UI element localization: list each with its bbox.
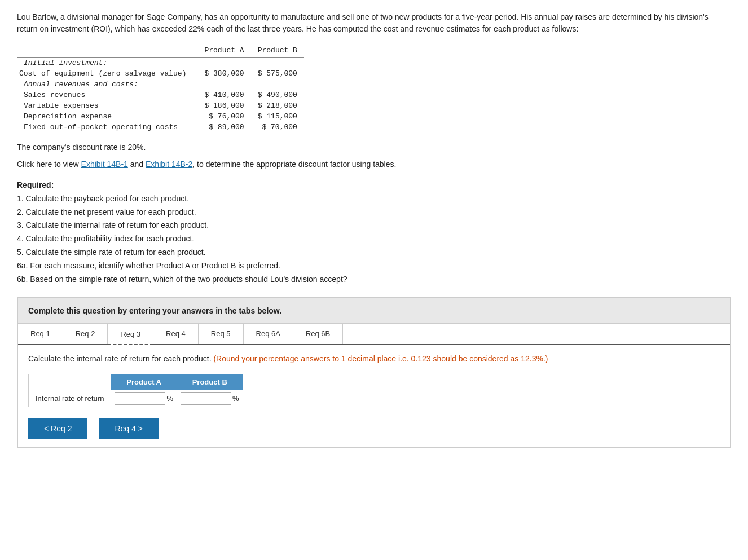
nav-buttons: < Req 2 Req 4 > xyxy=(28,418,720,439)
equipment-cost-label: Cost of equipment (zero salvage value) xyxy=(17,68,197,79)
tabs-container: Req 1 Req 2 Req 3 Req 4 Req 5 Req 6A Req… xyxy=(17,324,731,447)
fixed-costs-b: $ 70,000 xyxy=(251,122,304,133)
irr-b-cell: % xyxy=(177,390,243,407)
irr-row: Internal rate of return % % xyxy=(29,390,243,407)
irr-b-percent: % xyxy=(232,394,239,403)
exhibit-1-link[interactable]: Exhibit 14B-1 xyxy=(81,160,128,169)
answer-col-b: Product B xyxy=(177,374,243,390)
fixed-costs-a: $ 89,000 xyxy=(197,122,250,133)
instruction-plain: Calculate the internal rate of return fo… xyxy=(28,354,213,363)
question-panel: Complete this question by entering your … xyxy=(17,297,731,448)
prev-button[interactable]: < Req 2 xyxy=(28,418,87,439)
tabs-row: Req 1 Req 2 Req 3 Req 4 Req 5 Req 6A Req… xyxy=(18,324,730,345)
instruction-orange: (Round your percentage answers to 1 deci… xyxy=(213,354,548,363)
variable-expenses-b: $ 218,000 xyxy=(251,100,304,111)
depreciation-label: Depreciation expense xyxy=(17,111,197,122)
fixed-costs-label: Fixed out-of-pocket operating costs xyxy=(17,122,197,133)
tab-req6b[interactable]: Req 6B xyxy=(293,324,343,344)
irr-a-cell: % xyxy=(111,390,177,407)
tab-req5[interactable]: Req 5 xyxy=(199,324,244,344)
irr-a-percent: % xyxy=(166,394,173,403)
required-section: Required: 1. Calculate the payback perio… xyxy=(17,179,731,286)
exhibit-2-link[interactable]: Exhibit 14B-2 xyxy=(146,160,192,169)
required-label: Required: xyxy=(17,180,54,189)
req-item-6a: 6a. For each measure, identify whether P… xyxy=(17,259,731,273)
tab-req1[interactable]: Req 1 xyxy=(18,324,63,344)
tab-req6a[interactable]: Req 6A xyxy=(244,324,293,344)
tab-req3[interactable]: Req 3 xyxy=(108,324,153,345)
tab-content: Calculate the internal rate of return fo… xyxy=(18,345,730,447)
irr-label: Internal rate of return xyxy=(29,390,111,407)
next-button[interactable]: Req 4 > xyxy=(99,418,158,439)
req-item-2: 2. Calculate the net present value for e… xyxy=(17,206,731,219)
req-item-4: 4. Calculate the profitability index for… xyxy=(17,232,731,246)
depreciation-b: $ 115,000 xyxy=(251,111,304,122)
tab-req4[interactable]: Req 4 xyxy=(153,324,199,344)
req-item-5: 5. Calculate the simple rate of return f… xyxy=(17,246,731,259)
col-header-a: Product A xyxy=(197,45,250,58)
variable-expenses-label: Variable expenses xyxy=(17,100,197,111)
answer-col-label xyxy=(29,374,111,390)
sales-revenues-a: $ 410,000 xyxy=(197,90,250,100)
sales-revenues-label: Sales revenues xyxy=(17,90,197,100)
variable-expenses-a: $ 186,000 xyxy=(197,100,250,111)
irr-b-input[interactable] xyxy=(181,392,231,405)
req-item-3: 3. Calculate the internal rate of return… xyxy=(17,219,731,232)
req-item-1: 1. Calculate the payback period for each… xyxy=(17,192,731,206)
product-data-table: Product A Product B Initial investment: … xyxy=(17,45,304,133)
intro-paragraph: Lou Barlow, a divisional manager for Sag… xyxy=(17,11,731,35)
equipment-cost-b: $ 575,000 xyxy=(251,68,304,79)
complete-box: Complete this question by entering your … xyxy=(17,298,731,324)
irr-a-input[interactable] xyxy=(115,392,165,405)
annual-revenues-label: Annual revenues and costs: xyxy=(17,79,197,90)
req-item-6b: 6b. Based on the simple rate of return, … xyxy=(17,273,731,286)
sales-revenues-b: $ 490,000 xyxy=(251,90,304,100)
answer-col-a: Product A xyxy=(111,374,177,390)
answer-table: Product A Product B Internal rate of ret… xyxy=(28,374,243,407)
exhibit-line: Click here to view Exhibit 14B-1 and Exh… xyxy=(17,160,731,169)
tab-req2[interactable]: Req 2 xyxy=(63,324,108,344)
calc-instruction: Calculate the internal rate of return fo… xyxy=(28,353,720,365)
depreciation-a: $ 76,000 xyxy=(197,111,250,122)
col-header-b: Product B xyxy=(251,45,304,58)
initial-investment-label: Initial investment: xyxy=(17,58,197,69)
discount-rate-text: The company's discount rate is 20%. xyxy=(17,143,731,152)
equipment-cost-a: $ 380,000 xyxy=(197,68,250,79)
